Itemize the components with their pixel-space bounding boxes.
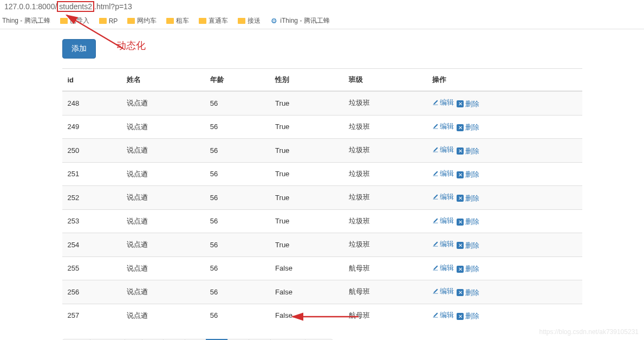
table-row: 250说点遒56True垃圾班编辑 ✕删除 xyxy=(62,139,582,163)
edit-label: 编辑 xyxy=(440,145,454,155)
cell-actions: 编辑 ✕删除 xyxy=(427,186,582,210)
cell-class: 航母班 xyxy=(343,280,427,304)
delete-label: 删除 xyxy=(465,311,479,321)
cell-age: 56 xyxy=(205,139,270,163)
cell-age: 56 xyxy=(205,91,270,115)
delete-button[interactable]: ✕删除 xyxy=(457,264,479,274)
table-header: 班级 xyxy=(343,69,427,92)
cell-gender: True xyxy=(270,139,343,163)
delete-button[interactable]: ✕删除 xyxy=(457,170,479,179)
delete-button[interactable]: ✕删除 xyxy=(457,311,479,321)
edit-label: 编辑 xyxy=(440,286,454,296)
delete-icon: ✕ xyxy=(457,100,464,107)
cell-gender: True xyxy=(270,233,343,257)
edit-button[interactable]: 编辑 xyxy=(432,145,454,155)
cell-age: 56 xyxy=(205,162,270,186)
cell-class: 航母班 xyxy=(343,256,427,280)
delete-label: 删除 xyxy=(465,217,479,227)
edit-button[interactable]: 编辑 xyxy=(432,263,454,273)
cell-gender: True xyxy=(270,162,343,186)
bookmark-item-0[interactable]: Thing - 腾讯工蜂 xyxy=(0,16,50,25)
table-header: 性别 xyxy=(270,69,343,92)
url-prefix: 127.0.0.1:8000/ xyxy=(4,2,57,11)
delete-icon: ✕ xyxy=(457,313,464,320)
bookmark-item-5[interactable]: 直通车 xyxy=(199,16,228,25)
cell-gender: True xyxy=(270,91,343,115)
delete-label: 删除 xyxy=(465,264,479,274)
cell-id: 253 xyxy=(62,209,121,233)
table-row: 253说点遒56True垃圾班编辑 ✕删除 xyxy=(62,209,582,233)
bookmark-label: Thing - 腾讯工蜂 xyxy=(2,16,50,25)
table-row: 257说点遒56False航母班编辑 ✕删除 xyxy=(62,304,582,327)
cell-name: 说点遒 xyxy=(121,304,205,327)
edit-label: 编辑 xyxy=(440,310,454,320)
delete-icon: ✕ xyxy=(457,171,464,178)
delete-icon: ✕ xyxy=(457,195,464,202)
cell-gender: True xyxy=(270,186,343,210)
delete-button[interactable]: ✕删除 xyxy=(457,99,479,109)
add-button[interactable]: 添加 xyxy=(62,39,96,59)
bookmarks-bar: Thing - 腾讯工蜂已导入RP网约车租车直通车接送⚙iThing - 腾讯工… xyxy=(0,13,644,29)
bookmark-item-1[interactable]: 已导入 xyxy=(60,16,89,25)
bookmark-label: 租车 xyxy=(176,16,189,25)
folder-icon xyxy=(199,18,206,24)
cell-class: 垃圾班 xyxy=(343,209,427,233)
students-table: id姓名年龄性别班级操作 248说点遒56True垃圾班编辑 ✕删除249说点遒… xyxy=(62,68,582,327)
cell-gender: True xyxy=(270,209,343,233)
url-suffix: .html?p=13 xyxy=(94,2,132,11)
edit-label: 编辑 xyxy=(440,216,454,226)
edit-button[interactable]: 编辑 xyxy=(432,98,454,107)
url-bar: 127.0.0.1:8000/students2.html?p=13 xyxy=(0,0,644,13)
table-row: 254说点遒56True垃圾班编辑 ✕删除 xyxy=(62,233,582,257)
bookmark-item-6[interactable]: 接送 xyxy=(238,16,261,25)
bookmark-item-4[interactable]: 租车 xyxy=(166,16,189,25)
cell-age: 56 xyxy=(205,256,270,280)
delete-icon: ✕ xyxy=(457,242,464,249)
bookmark-label: 接送 xyxy=(248,16,261,25)
edit-button[interactable]: 编辑 xyxy=(432,239,454,249)
delete-icon: ✕ xyxy=(457,289,464,296)
delete-icon: ✕ xyxy=(457,124,464,131)
table-row: 256说点遒56False航母班编辑 ✕删除 xyxy=(62,280,582,304)
delete-button[interactable]: ✕删除 xyxy=(457,288,479,298)
cell-id: 252 xyxy=(62,186,121,210)
delete-button[interactable]: ✕删除 xyxy=(457,194,479,203)
edit-button[interactable]: 编辑 xyxy=(432,192,454,202)
bookmark-item-7[interactable]: ⚙iThing - 腾讯工蜂 xyxy=(270,16,329,25)
cell-class: 垃圾班 xyxy=(343,186,427,210)
edit-button[interactable]: 编辑 xyxy=(432,216,454,226)
edit-button[interactable]: 编辑 xyxy=(432,121,454,131)
bookmark-label: 网约车 xyxy=(137,16,157,25)
edit-button[interactable]: 编辑 xyxy=(432,310,454,320)
table-header: id xyxy=(62,69,121,92)
cell-gender: True xyxy=(270,115,343,139)
delete-button[interactable]: ✕删除 xyxy=(457,241,479,251)
edit-button[interactable]: 编辑 xyxy=(432,286,454,296)
delete-label: 删除 xyxy=(465,123,479,132)
delete-icon: ✕ xyxy=(457,147,464,155)
bookmark-item-2[interactable]: RP xyxy=(99,17,118,25)
url-highlighted: students2 xyxy=(57,1,94,12)
bookmark-item-3[interactable]: 网约车 xyxy=(127,16,157,25)
cell-name: 说点遒 xyxy=(121,209,205,233)
delete-button[interactable]: ✕删除 xyxy=(457,123,479,132)
cell-gender: False xyxy=(270,280,343,304)
delete-icon: ✕ xyxy=(457,219,464,226)
delete-button[interactable]: ✕删除 xyxy=(457,217,479,227)
cell-actions: 编辑 ✕删除 xyxy=(427,139,582,163)
cell-id: 251 xyxy=(62,162,121,186)
delete-button[interactable]: ✕删除 xyxy=(457,146,479,156)
watermark: https://blog.csdn.net/ak739105231 xyxy=(539,328,639,336)
table-row: 251说点遒56True垃圾班编辑 ✕删除 xyxy=(62,162,582,186)
cell-actions: 编辑 ✕删除 xyxy=(427,162,582,186)
cell-class: 航母班 xyxy=(343,304,427,327)
cell-gender: False xyxy=(270,256,343,280)
table-row: 249说点遒56True垃圾班编辑 ✕删除 xyxy=(62,115,582,139)
edit-label: 编辑 xyxy=(440,98,454,107)
edit-button[interactable]: 编辑 xyxy=(432,169,454,178)
cell-age: 56 xyxy=(205,233,270,257)
edit-label: 编辑 xyxy=(440,239,454,249)
delete-label: 删除 xyxy=(465,194,479,203)
gear-icon: ⚙ xyxy=(270,17,278,25)
cell-id: 248 xyxy=(62,91,121,115)
